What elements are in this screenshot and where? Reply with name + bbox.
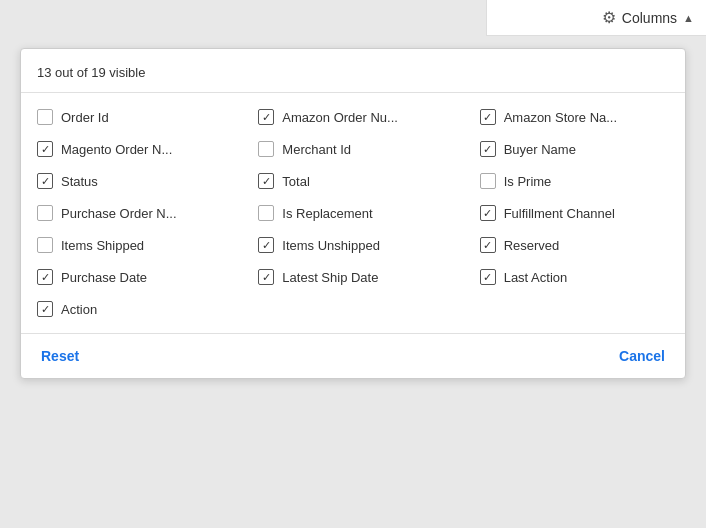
- checkbox-magento_order_n[interactable]: [37, 141, 53, 157]
- column-label-last_action: Last Action: [504, 270, 568, 285]
- column-item-latest_ship_date[interactable]: Latest Ship Date: [242, 261, 463, 293]
- checkbox-items_shipped[interactable]: [37, 237, 53, 253]
- columns-grid: Order IdAmazon Order Nu...Amazon Store N…: [21, 101, 685, 325]
- checkbox-purchase_date[interactable]: [37, 269, 53, 285]
- checkbox-total[interactable]: [258, 173, 274, 189]
- column-item-magento_order_n[interactable]: Magento Order N...: [21, 133, 242, 165]
- checkbox-is_replacement[interactable]: [258, 205, 274, 221]
- column-label-items_unshipped: Items Unshipped: [282, 238, 380, 253]
- column-item-fulfillment_channel[interactable]: Fulfillment Channel: [464, 197, 685, 229]
- columns-grid-wrapper[interactable]: Order IdAmazon Order Nu...Amazon Store N…: [21, 93, 685, 333]
- column-item-items_unshipped[interactable]: Items Unshipped: [242, 229, 463, 261]
- column-label-merchant_id: Merchant Id: [282, 142, 351, 157]
- reset-button[interactable]: Reset: [41, 348, 79, 364]
- column-item-action[interactable]: Action: [21, 293, 242, 325]
- column-label-order_id: Order Id: [61, 110, 109, 125]
- column-item-purchase_date[interactable]: Purchase Date: [21, 261, 242, 293]
- column-label-is_replacement: Is Replacement: [282, 206, 372, 221]
- column-item-purchase_order_n[interactable]: Purchase Order N...: [21, 197, 242, 229]
- column-item-items_shipped[interactable]: Items Shipped: [21, 229, 242, 261]
- checkbox-buyer_name[interactable]: [480, 141, 496, 157]
- checkbox-order_id[interactable]: [37, 109, 53, 125]
- columns-label: Columns: [622, 10, 677, 26]
- column-item-amazon_store_na[interactable]: Amazon Store Na...: [464, 101, 685, 133]
- column-label-buyer_name: Buyer Name: [504, 142, 576, 157]
- column-label-amazon_order_nu: Amazon Order Nu...: [282, 110, 398, 125]
- column-item-status[interactable]: Status: [21, 165, 242, 197]
- checkbox-reserved[interactable]: [480, 237, 496, 253]
- checkbox-latest_ship_date[interactable]: [258, 269, 274, 285]
- column-label-purchase_order_n: Purchase Order N...: [61, 206, 177, 221]
- column-item-order_id[interactable]: Order Id: [21, 101, 242, 133]
- checkbox-merchant_id[interactable]: [258, 141, 274, 157]
- column-item-amazon_order_nu[interactable]: Amazon Order Nu...: [242, 101, 463, 133]
- column-label-status: Status: [61, 174, 98, 189]
- column-label-magento_order_n: Magento Order N...: [61, 142, 172, 157]
- checkbox-last_action[interactable]: [480, 269, 496, 285]
- checkbox-purchase_order_n[interactable]: [37, 205, 53, 221]
- column-label-amazon_store_na: Amazon Store Na...: [504, 110, 617, 125]
- column-label-total: Total: [282, 174, 309, 189]
- column-item-is_prime[interactable]: Is Prime: [464, 165, 685, 197]
- column-label-is_prime: Is Prime: [504, 174, 552, 189]
- column-label-items_shipped: Items Shipped: [61, 238, 144, 253]
- checkbox-is_prime[interactable]: [480, 173, 496, 189]
- column-item-reserved[interactable]: Reserved: [464, 229, 685, 261]
- column-label-fulfillment_channel: Fulfillment Channel: [504, 206, 615, 221]
- column-item-buyer_name[interactable]: Buyer Name: [464, 133, 685, 165]
- checkbox-fulfillment_channel[interactable]: [480, 205, 496, 221]
- column-label-reserved: Reserved: [504, 238, 560, 253]
- checkbox-status[interactable]: [37, 173, 53, 189]
- column-item-total[interactable]: Total: [242, 165, 463, 197]
- chevron-up-icon: ▲: [683, 12, 694, 24]
- column-item-is_replacement[interactable]: Is Replacement: [242, 197, 463, 229]
- top-bar: ⚙ Columns ▲: [486, 0, 706, 36]
- column-label-latest_ship_date: Latest Ship Date: [282, 270, 378, 285]
- column-item-merchant_id[interactable]: Merchant Id: [242, 133, 463, 165]
- columns-dropdown-panel: 13 out of 19 visible Order IdAmazon Orde…: [20, 48, 686, 379]
- checkbox-items_unshipped[interactable]: [258, 237, 274, 253]
- checkbox-amazon_order_nu[interactable]: [258, 109, 274, 125]
- gear-icon: ⚙: [602, 8, 616, 27]
- column-item-last_action[interactable]: Last Action: [464, 261, 685, 293]
- visible-count: 13 out of 19 visible: [21, 65, 685, 93]
- column-label-action: Action: [61, 302, 97, 317]
- column-label-purchase_date: Purchase Date: [61, 270, 147, 285]
- page-wrapper: ⚙ Columns ▲ 13 out of 19 visible Order I…: [0, 0, 706, 528]
- cancel-button[interactable]: Cancel: [619, 348, 665, 364]
- columns-button[interactable]: ⚙ Columns ▲: [602, 8, 694, 27]
- checkbox-amazon_store_na[interactable]: [480, 109, 496, 125]
- checkbox-action[interactable]: [37, 301, 53, 317]
- dropdown-footer: Reset Cancel: [21, 333, 685, 378]
